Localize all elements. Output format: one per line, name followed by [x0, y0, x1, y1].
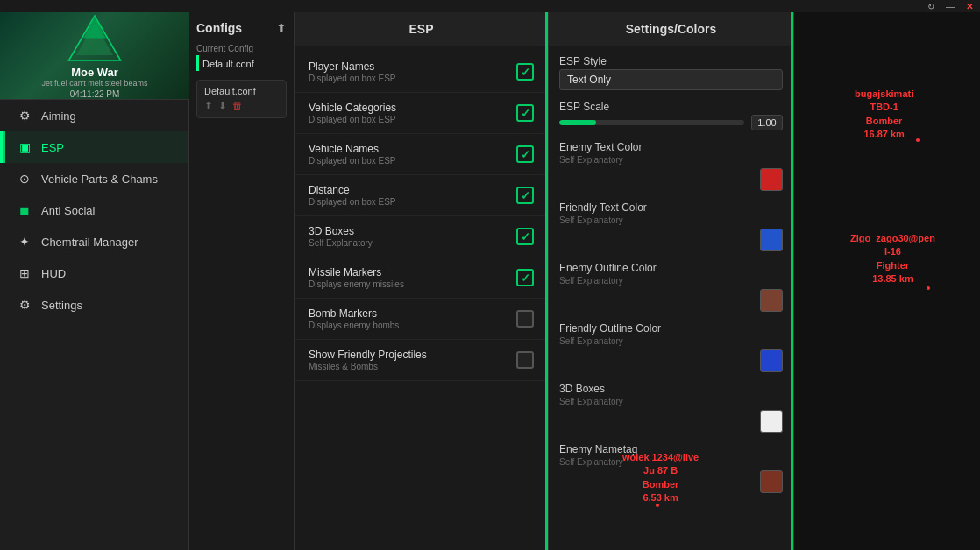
esp-item-desc: Displayed on box ESP — [309, 74, 396, 83]
current-config-label: Current Config — [196, 44, 287, 53]
color-swatch-box-enemy-text[interactable] — [760, 168, 783, 191]
close-button[interactable]: ✕ — [962, 0, 976, 13]
overlay-player3: wolek 1234@liveJu 87 BBomber6.53 km — [622, 451, 699, 505]
setting-sub-3d-boxes: Self Explanatory — [559, 397, 783, 406]
scale-row-esp-scale: 1.00 — [559, 115, 783, 130]
setting-label-enemy-text: Enemy Text Color — [559, 141, 783, 153]
setting-label-friendly-outline: Friendly Outline Color — [559, 322, 783, 335]
overlay-player2: Zigo_zago30@penI-16Fighter13.85 km — [850, 232, 935, 286]
color-swatch-box-enemy-nametag[interactable] — [760, 470, 783, 493]
config-upload-button[interactable]: ⬆ — [204, 100, 213, 112]
sidebar-item-vehicle-parts[interactable]: ⊙ Vehicle Parts & Chams — [0, 163, 188, 194]
color-row-friendly-text — [559, 229, 783, 251]
color-swatch-box-friendly-text[interactable] — [760, 229, 783, 251]
current-config-bar: Default.conf — [196, 55, 287, 71]
refresh-button[interactable]: ↻ — [924, 0, 938, 13]
configs-title: Configs — [196, 21, 242, 35]
setting-label-esp-scale: ESP Scale — [559, 101, 783, 113]
esp-checkbox-4[interactable] — [516, 228, 534, 245]
logo-icon — [60, 12, 130, 64]
settings-icon: ⚙ — [17, 298, 32, 312]
color-swatch-enemy-outline[interactable] — [760, 289, 783, 312]
setting-item-3d-boxes: 3D Boxes Self Explanatory — [559, 383, 783, 433]
esp-checkbox-6[interactable] — [516, 310, 534, 328]
color-row-enemy-outline — [559, 289, 783, 312]
setting-input-esp-style[interactable] — [559, 69, 783, 90]
sidebar-item-settings[interactable]: ⚙ Settings — [0, 289, 188, 321]
sidebar-item-label: ESP — [41, 141, 64, 154]
sidebar-item-label: Anti Social — [41, 204, 95, 217]
scale-bar-esp-scale[interactable] — [559, 120, 744, 125]
esp-checkbox-7[interactable] — [516, 351, 534, 369]
logo-area: Moe War Jet fuel can't melt steel beams … — [0, 12, 189, 100]
color-swatch-friendly-outline[interactable] — [760, 349, 783, 372]
aiming-icon: ⚙ — [17, 109, 32, 123]
esp-item-text: Show Friendly Projectiles Missiles & Bom… — [309, 349, 427, 371]
config-delete-button[interactable]: 🗑 — [232, 100, 243, 112]
config-download-button[interactable]: ⬇ — [218, 100, 227, 112]
sidebar-item-hud[interactable]: ⊞ HUD — [0, 257, 188, 289]
vehicle-parts-icon: ⊙ — [17, 172, 32, 186]
minimize-button[interactable]: — — [943, 0, 957, 13]
overlay-dot-1 — [927, 286, 930, 290]
color-swatch-box-friendly-outline[interactable] — [760, 349, 783, 372]
sidebar-item-esp[interactable]: ▣ ESP — [0, 131, 188, 163]
settings-panel-header: Settings/Colors — [549, 12, 793, 46]
sidebar-item-anti-social[interactable]: ◼ Anti Social — [0, 194, 188, 226]
esp-checkbox-5[interactable] — [516, 269, 534, 286]
sidebar-item-label: Vehicle Parts & Chams — [41, 173, 158, 186]
setting-item-enemy-outline: Enemy Outline Color Self Explanatory — [559, 262, 783, 312]
settings-panel-title: Settings/Colors — [626, 22, 716, 36]
esp-panel-title: ESP — [408, 22, 433, 36]
top-bar: ↻ — ✕ — [0, 0, 980, 12]
esp-icon: ▣ — [17, 140, 32, 154]
setting-label-enemy-outline: Enemy Outline Color — [559, 262, 783, 274]
sidebar-item-aiming[interactable]: ⚙ Aiming — [0, 100, 188, 131]
esp-item-name: Distance — [309, 184, 396, 196]
overlay-dot-0 — [916, 138, 920, 142]
esp-item-player-names: Player Names Displayed on box ESP — [295, 52, 548, 93]
setting-sub-enemy-outline: Self Explanatory — [559, 276, 783, 286]
sidebar-item-chemtrail[interactable]: ✦ Chemtrail Manager — [0, 226, 188, 257]
esp-list: Player Names Displayed on box ESP Vehicl… — [295, 46, 548, 386]
color-swatch-enemy-text[interactable] — [760, 168, 783, 191]
user-tagline: Jet fuel can't melt steel beams — [42, 79, 148, 88]
esp-item-vehicle-categories: Vehicle Categories Displayed on box ESP — [295, 93, 548, 134]
esp-panel-header: ESP — [295, 12, 548, 46]
esp-item-text: Bomb Markers Displays enemy bombs — [309, 307, 399, 330]
svg-marker-2 — [83, 16, 105, 38]
window-controls: ↻ — ✕ — [924, 0, 976, 13]
current-config-name: Default.conf — [202, 59, 254, 69]
esp-item-desc: Self Explanatory — [309, 238, 373, 248]
esp-checkbox-2[interactable] — [516, 145, 534, 163]
configs-upload-button[interactable]: ⬆ — [276, 21, 287, 35]
color-swatch-3d-boxes[interactable] — [760, 410, 783, 433]
user-name: Moe War — [71, 66, 118, 79]
esp-item-desc: Displays enemy missiles — [309, 279, 404, 289]
color-swatch-enemy-nametag[interactable] — [760, 470, 783, 493]
color-swatch-box-enemy-outline[interactable] — [760, 289, 783, 312]
esp-checkbox-1[interactable] — [516, 104, 534, 122]
esp-item-desc: Displayed on box ESP — [309, 115, 396, 124]
setting-item-esp-style: ESP Style — [559, 55, 783, 90]
sidebar: ⚙ Aiming ▣ ESP ⊙ Vehicle Parts & Chams ◼… — [0, 100, 189, 550]
setting-item-friendly-text: Friendly Text Color Self Explanatory — [559, 201, 783, 251]
user-time: 04:11:22 PM — [70, 89, 120, 99]
esp-item-name: Player Names — [309, 60, 396, 73]
chemtrail-icon: ✦ — [17, 235, 32, 249]
esp-checkbox-3[interactable] — [516, 187, 534, 204]
esp-panel: ESP Player Names Displayed on box ESP Ve… — [295, 12, 549, 550]
color-row-enemy-text — [559, 168, 783, 191]
setting-item-esp-scale: ESP Scale 1.00 — [559, 101, 783, 130]
configs-panel: Configs ⬆ Current Config Default.conf De… — [189, 12, 295, 550]
color-swatch-box-3d-boxes[interactable] — [760, 410, 783, 433]
esp-item-desc: Displays enemy bombs — [309, 321, 399, 330]
esp-item-3d-boxes: 3D Boxes Self Explanatory — [295, 216, 548, 257]
esp-item-name: Show Friendly Projectiles — [309, 349, 427, 361]
settings-scroll-indicator — [791, 12, 793, 550]
color-swatch-friendly-text[interactable] — [760, 229, 783, 251]
esp-item-text: Vehicle Categories Displayed on box ESP — [309, 102, 396, 124]
esp-item-text: Vehicle Names Displayed on box ESP — [309, 143, 396, 166]
setting-label-friendly-text: Friendly Text Color — [559, 201, 783, 214]
esp-checkbox-0[interactable] — [516, 63, 534, 81]
